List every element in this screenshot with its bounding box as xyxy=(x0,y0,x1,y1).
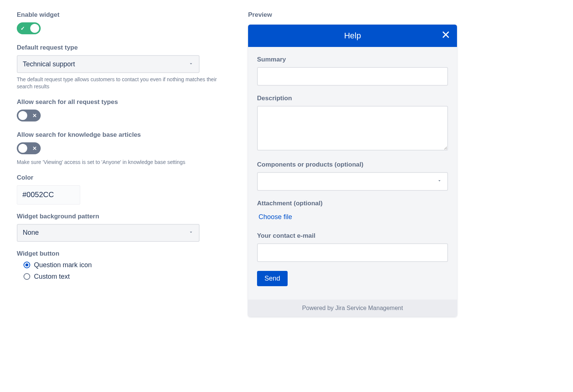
summary-label: Summary xyxy=(257,56,448,63)
enable-widget-label: Enable widget xyxy=(17,11,218,19)
radio-dot-icon xyxy=(24,273,30,280)
color-label: Color xyxy=(17,174,218,181)
default-request-label: Default request type xyxy=(17,44,218,51)
allow-search-kb-help: Make sure 'Viewing' access is set to 'An… xyxy=(17,159,218,166)
components-select[interactable] xyxy=(257,172,448,191)
color-input[interactable] xyxy=(17,185,80,205)
chevron-down-icon xyxy=(188,229,194,237)
radio-label-icon: Question mark icon xyxy=(34,261,92,269)
default-request-value: Technical support xyxy=(23,60,75,68)
description-label: Description xyxy=(257,95,448,102)
x-icon: ✕ xyxy=(32,113,37,118)
close-icon[interactable] xyxy=(441,30,450,41)
pattern-select[interactable]: None xyxy=(17,224,200,242)
components-label: Components or products (optional) xyxy=(257,161,448,168)
allow-search-types-label: Allow search for all request types xyxy=(17,98,218,106)
preview-title: Help xyxy=(344,31,361,41)
radio-question-mark-icon[interactable]: Question mark icon xyxy=(24,261,218,269)
color-swatch xyxy=(86,190,97,200)
enable-widget-toggle[interactable]: ✓ xyxy=(17,22,41,34)
pattern-value: None xyxy=(23,229,39,237)
preview-header: Help xyxy=(248,25,457,47)
choose-file-link[interactable]: Choose file xyxy=(257,211,294,223)
radio-custom-text[interactable]: Custom text xyxy=(24,273,218,281)
chevron-down-icon xyxy=(437,178,442,185)
widget-button-label: Widget button xyxy=(17,250,218,257)
default-request-help: The default request type allows customer… xyxy=(17,76,218,90)
send-button[interactable]: Send xyxy=(257,271,288,286)
allow-search-kb-label: Allow search for knowledge base articles xyxy=(17,131,218,139)
preview-card: Help Summary Description Components or p… xyxy=(248,25,457,317)
summary-input[interactable] xyxy=(257,67,448,86)
allow-search-kb-toggle[interactable]: ✕ xyxy=(17,142,41,154)
chevron-down-icon xyxy=(188,60,194,68)
pattern-label: Widget background pattern xyxy=(17,213,218,220)
default-request-select[interactable]: Technical support xyxy=(17,55,200,73)
description-textarea[interactable] xyxy=(257,106,448,151)
preview-footer: Powered by Jira Service Management xyxy=(248,300,457,317)
allow-search-types-toggle[interactable]: ✕ xyxy=(17,110,41,121)
contact-email-input[interactable] xyxy=(257,243,448,262)
radio-label-text: Custom text xyxy=(34,273,70,281)
contact-label: Your contact e-mail xyxy=(257,232,448,240)
check-icon: ✓ xyxy=(21,25,25,31)
attachment-label: Attachment (optional) xyxy=(257,200,448,207)
x-icon: ✕ xyxy=(32,145,37,151)
radio-dot-icon xyxy=(24,262,30,268)
preview-label: Preview xyxy=(248,11,457,19)
